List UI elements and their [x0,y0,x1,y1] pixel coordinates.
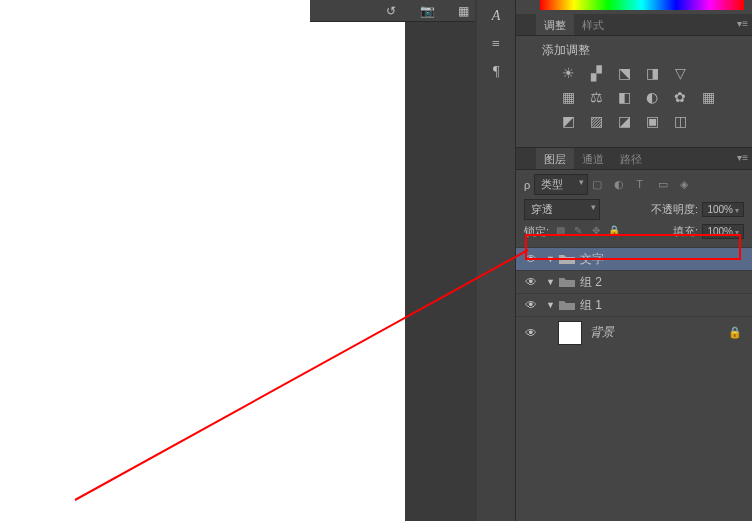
layers-list: 👁 ▼ 文字 👁 ▼ 组 2 👁 ▼ 组 1 👁 背景 [516,247,752,348]
vertical-toolbar: A ≡ ¶ [477,0,515,521]
folder-icon [558,252,576,266]
expand-arrow-icon[interactable]: ▼ [546,277,558,287]
tab-styles[interactable]: 样式 [574,14,612,35]
tool-icon-a[interactable]: A [484,4,508,28]
levels-icon[interactable]: ▞ [586,65,606,83]
adjustments-title: 添加调整 [542,42,744,59]
layer-name[interactable]: 文字 [580,251,604,268]
folder-icon [558,275,576,289]
fill-input[interactable]: 100% [702,224,744,239]
threshold-icon[interactable]: ◪ [614,113,634,131]
visibility-eye-icon[interactable]: 👁 [516,275,546,289]
filter-adjust-icon[interactable]: ◐ [614,178,630,192]
photo-filter-icon[interactable]: ◐ [642,89,662,107]
selective-color-icon[interactable]: ◫ [670,113,690,131]
camera-icon[interactable]: 📷 [419,4,435,18]
reset-icon[interactable]: ↺ [383,4,399,18]
tab-adjustments[interactable]: 调整 [536,14,574,35]
fill-label: 填充: [673,224,698,239]
visibility-eye-icon[interactable]: 👁 [516,252,546,266]
tab-paths[interactable]: 路径 [612,148,650,169]
grid-icon[interactable]: ▦ [455,4,471,18]
filter-smart-icon[interactable]: ◈ [680,178,696,192]
canvas[interactable] [0,0,405,521]
curves-icon[interactable]: ⬔ [614,65,634,83]
paragraph-icon[interactable]: ¶ [484,60,508,84]
expand-arrow-icon[interactable]: ▼ [546,254,558,264]
layers-panel: 图层 通道 路径 ▾≡ ρ 类型 ▢ ◐ T ▭ ◈ 穿透 不透明度: [516,147,752,348]
bw-icon[interactable]: ◧ [614,89,634,107]
lock-position-icon[interactable]: ✥ [589,225,603,239]
adjustments-panel-tabs: 调整 样式 ▾≡ [516,14,752,36]
visibility-eye-icon[interactable]: 👁 [516,326,546,340]
opacity-input[interactable]: 100% [702,202,744,217]
layer-row-text-group[interactable]: 👁 ▼ 文字 [516,247,752,270]
hue-icon[interactable]: ▦ [558,89,578,107]
gradient-map-icon[interactable]: ▣ [642,113,662,131]
brightness-icon[interactable]: ☀ [558,65,578,83]
filter-type-icon[interactable]: T [636,178,652,192]
posterize-icon[interactable]: ▨ [586,113,606,131]
layer-row-group1[interactable]: 👁 ▼ 组 1 [516,293,752,316]
tab-layers[interactable]: 图层 [536,148,574,169]
expand-arrow-icon[interactable]: ▼ [546,300,558,310]
color-spectrum[interactable] [540,0,744,10]
layer-name[interactable]: 组 1 [580,297,602,314]
layer-thumbnail[interactable] [558,321,582,345]
folder-icon [558,298,576,312]
canvas-overflow [405,0,477,521]
options-bar-fragment: ↺ 📷 ▦ [310,0,475,22]
invert-icon[interactable]: ◩ [558,113,578,131]
layers-menu-icon[interactable]: ▾≡ [737,152,748,163]
lock-label: 锁定: [524,224,549,239]
exposure-icon[interactable]: ◨ [642,65,662,83]
blend-mode-dropdown[interactable]: 穿透 [524,199,600,220]
lock-transparent-icon[interactable]: ▩ [553,225,567,239]
layer-row-group2[interactable]: 👁 ▼ 组 2 [516,270,752,293]
channel-mixer-icon[interactable]: ✿ [670,89,690,107]
layer-name[interactable]: 组 2 [580,274,602,291]
kind-label: ρ [524,179,530,191]
adjustments-panel: 添加调整 ☀ ▞ ⬔ ◨ ▽ ▦ ⚖ ◧ ◐ ✿ ▦ ◩ ▨ ◪ ▣ ◫ [516,36,752,147]
balance-icon[interactable]: ⚖ [586,89,606,107]
opacity-label: 不透明度: [651,202,698,217]
vibrance-icon[interactable]: ▽ [670,65,690,83]
visibility-eye-icon[interactable]: 👁 [516,298,546,312]
right-panels: 调整 样式 ▾≡ 添加调整 ☀ ▞ ⬔ ◨ ▽ ▦ ⚖ ◧ ◐ ✿ ▦ ◩ ▨ … [515,0,752,521]
kind-dropdown[interactable]: 类型 [534,174,588,195]
filter-shape-icon[interactable]: ▭ [658,178,674,192]
lookup-icon[interactable]: ▦ [698,89,718,107]
layer-controls: ρ 类型 ▢ ◐ T ▭ ◈ 穿透 不透明度: 100% 锁定: ▩ [516,170,752,247]
filter-pixel-icon[interactable]: ▢ [592,178,608,192]
lock-paint-icon[interactable]: ✎ [571,225,585,239]
tool-icon-b[interactable]: ≡ [484,32,508,56]
layer-row-background[interactable]: 👁 背景 🔒 [516,316,752,348]
lock-icon[interactable]: 🔒 [728,326,742,339]
lock-all-icon[interactable]: 🔒 [607,225,621,239]
layers-tabs: 图层 通道 路径 ▾≡ [516,148,752,170]
layer-name[interactable]: 背景 [590,324,614,341]
tab-channels[interactable]: 通道 [574,148,612,169]
panel-menu-icon[interactable]: ▾≡ [737,18,748,29]
